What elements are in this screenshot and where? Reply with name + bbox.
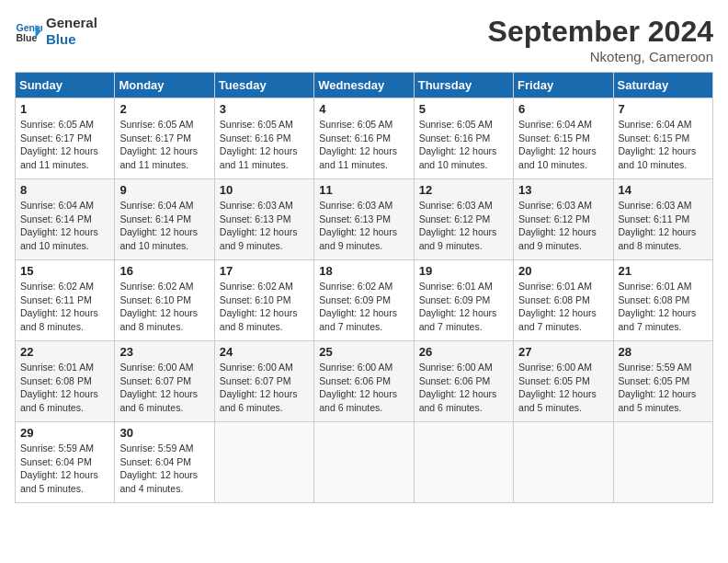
calendar-cell: 14Sunrise: 6:03 AMSunset: 6:11 PMDayligh… [613,179,712,260]
day-number: 13 [518,183,608,197]
day-info: Sunrise: 6:00 AMSunset: 6:07 PMDaylight:… [119,361,209,415]
week-row-1: 1Sunrise: 6:05 AMSunset: 6:17 PMDaylight… [16,98,713,179]
day-info: Sunrise: 6:03 AMSunset: 6:11 PMDaylight:… [619,199,708,253]
calendar-cell: 1Sunrise: 6:05 AMSunset: 6:17 PMDaylight… [16,98,115,179]
calendar-cell: 21Sunrise: 6:01 AMSunset: 6:08 PMDayligh… [613,260,712,341]
calendar-cell: 19Sunrise: 6:01 AMSunset: 6:09 PMDayligh… [414,260,513,341]
calendar-cell: 18Sunrise: 6:02 AMSunset: 6:09 PMDayligh… [314,260,414,341]
calendar-cell: 20Sunrise: 6:01 AMSunset: 6:08 PMDayligh… [514,260,613,341]
calendar-cell: 25Sunrise: 6:00 AMSunset: 6:06 PMDayligh… [314,341,414,422]
day-info: Sunrise: 6:05 AMSunset: 6:17 PMDaylight:… [119,118,209,172]
day-number: 24 [220,345,309,359]
day-number: 1 [20,102,109,116]
calendar-cell: 22Sunrise: 6:01 AMSunset: 6:08 PMDayligh… [16,341,115,422]
day-info: Sunrise: 6:05 AMSunset: 6:17 PMDaylight:… [20,118,109,172]
day-number: 4 [319,102,408,116]
calendar-cell: 10Sunrise: 6:03 AMSunset: 6:13 PMDayligh… [214,179,313,260]
calendar-cell: 6Sunrise: 6:04 AMSunset: 6:15 PMDaylight… [514,98,613,179]
day-info: Sunrise: 5:59 AMSunset: 6:05 PMDaylight:… [619,361,708,415]
week-row-5: 29Sunrise: 5:59 AMSunset: 6:04 PMDayligh… [16,422,713,503]
day-info: Sunrise: 6:01 AMSunset: 6:08 PMDaylight:… [20,361,109,415]
month-title: September 2024 [488,15,713,49]
day-number: 22 [20,345,109,359]
logo: General Blue General Blue [15,15,97,48]
day-number: 10 [220,183,309,197]
calendar-cell: 13Sunrise: 6:03 AMSunset: 6:12 PMDayligh… [514,179,613,260]
calendar-cell: 16Sunrise: 6:02 AMSunset: 6:10 PMDayligh… [115,260,214,341]
day-number: 12 [419,183,508,197]
day-info: Sunrise: 6:03 AMSunset: 6:13 PMDaylight:… [220,199,309,253]
calendar-cell [314,422,414,503]
calendar-cell: 2Sunrise: 6:05 AMSunset: 6:17 PMDaylight… [115,98,214,179]
calendar-cell: 5Sunrise: 6:05 AMSunset: 6:16 PMDaylight… [414,98,513,179]
day-info: Sunrise: 6:02 AMSunset: 6:11 PMDaylight:… [20,280,109,334]
day-number: 14 [619,183,708,197]
logo-text-general: General [46,15,97,31]
calendar-cell: 4Sunrise: 6:05 AMSunset: 6:16 PMDaylight… [314,98,414,179]
calendar-cell [414,422,513,503]
calendar-cell: 7Sunrise: 6:04 AMSunset: 6:15 PMDaylight… [613,98,712,179]
calendar-cell: 11Sunrise: 6:03 AMSunset: 6:13 PMDayligh… [314,179,414,260]
day-number: 30 [119,426,209,440]
day-number: 28 [619,345,708,359]
day-number: 27 [518,345,608,359]
calendar-cell: 28Sunrise: 5:59 AMSunset: 6:05 PMDayligh… [613,341,712,422]
calendar-cell [214,422,313,503]
day-number: 16 [119,264,209,278]
day-info: Sunrise: 5:59 AMSunset: 6:04 PMDaylight:… [20,442,109,496]
day-info: Sunrise: 6:02 AMSunset: 6:09 PMDaylight:… [319,280,408,334]
day-number: 6 [518,102,608,116]
calendar-cell [514,422,613,503]
calendar-cell: 3Sunrise: 6:05 AMSunset: 6:16 PMDaylight… [214,98,313,179]
day-info: Sunrise: 6:03 AMSunset: 6:12 PMDaylight:… [419,199,508,253]
calendar-cell: 26Sunrise: 6:00 AMSunset: 6:06 PMDayligh… [414,341,513,422]
day-info: Sunrise: 6:01 AMSunset: 6:08 PMDaylight:… [619,280,708,334]
calendar-cell: 8Sunrise: 6:04 AMSunset: 6:14 PMDaylight… [16,179,115,260]
week-row-3: 15Sunrise: 6:02 AMSunset: 6:11 PMDayligh… [16,260,713,341]
day-info: Sunrise: 6:00 AMSunset: 6:07 PMDaylight:… [220,361,309,415]
calendar-cell: 23Sunrise: 6:00 AMSunset: 6:07 PMDayligh… [115,341,214,422]
day-info: Sunrise: 6:04 AMSunset: 6:14 PMDaylight:… [119,199,209,253]
day-info: Sunrise: 6:05 AMSunset: 6:16 PMDaylight:… [419,118,508,172]
col-header-saturday: Saturday [613,73,712,98]
col-header-tuesday: Tuesday [214,73,313,98]
day-info: Sunrise: 6:03 AMSunset: 6:13 PMDaylight:… [319,199,408,253]
day-info: Sunrise: 6:05 AMSunset: 6:16 PMDaylight:… [319,118,408,172]
day-number: 29 [20,426,109,440]
day-info: Sunrise: 6:05 AMSunset: 6:16 PMDaylight:… [220,118,309,172]
calendar-cell: 9Sunrise: 6:04 AMSunset: 6:14 PMDaylight… [115,179,214,260]
week-row-4: 22Sunrise: 6:01 AMSunset: 6:08 PMDayligh… [16,341,713,422]
day-number: 9 [119,183,209,197]
day-number: 25 [319,345,408,359]
day-info: Sunrise: 6:01 AMSunset: 6:09 PMDaylight:… [419,280,508,334]
page-header: General Blue General Blue September 2024… [15,15,713,64]
day-info: Sunrise: 6:02 AMSunset: 6:10 PMDaylight:… [220,280,309,334]
calendar-cell: 29Sunrise: 5:59 AMSunset: 6:04 PMDayligh… [16,422,115,503]
calendar-cell [613,422,712,503]
day-info: Sunrise: 5:59 AMSunset: 6:04 PMDaylight:… [119,442,209,496]
day-number: 11 [319,183,408,197]
day-info: Sunrise: 6:00 AMSunset: 6:06 PMDaylight:… [319,361,408,415]
day-number: 18 [319,264,408,278]
day-info: Sunrise: 6:04 AMSunset: 6:15 PMDaylight:… [518,118,608,172]
day-info: Sunrise: 6:01 AMSunset: 6:08 PMDaylight:… [518,280,608,334]
day-number: 26 [419,345,508,359]
day-info: Sunrise: 6:04 AMSunset: 6:14 PMDaylight:… [20,199,109,253]
day-number: 23 [119,345,209,359]
title-block: September 2024 Nkoteng, Cameroon [488,15,713,64]
location: Nkoteng, Cameroon [488,49,713,64]
day-info: Sunrise: 6:00 AMSunset: 6:06 PMDaylight:… [419,361,508,415]
week-row-2: 8Sunrise: 6:04 AMSunset: 6:14 PMDaylight… [16,179,713,260]
calendar-cell: 17Sunrise: 6:02 AMSunset: 6:10 PMDayligh… [214,260,313,341]
day-number: 5 [419,102,508,116]
calendar-cell: 12Sunrise: 6:03 AMSunset: 6:12 PMDayligh… [414,179,513,260]
day-info: Sunrise: 6:02 AMSunset: 6:10 PMDaylight:… [119,280,209,334]
calendar-cell: 30Sunrise: 5:59 AMSunset: 6:04 PMDayligh… [115,422,214,503]
day-info: Sunrise: 6:00 AMSunset: 6:05 PMDaylight:… [518,361,608,415]
col-header-monday: Monday [115,73,214,98]
day-number: 3 [220,102,309,116]
logo-text-blue: Blue [46,31,97,48]
day-info: Sunrise: 6:04 AMSunset: 6:15 PMDaylight:… [619,118,708,172]
col-header-sunday: Sunday [16,73,115,98]
day-number: 15 [20,264,109,278]
